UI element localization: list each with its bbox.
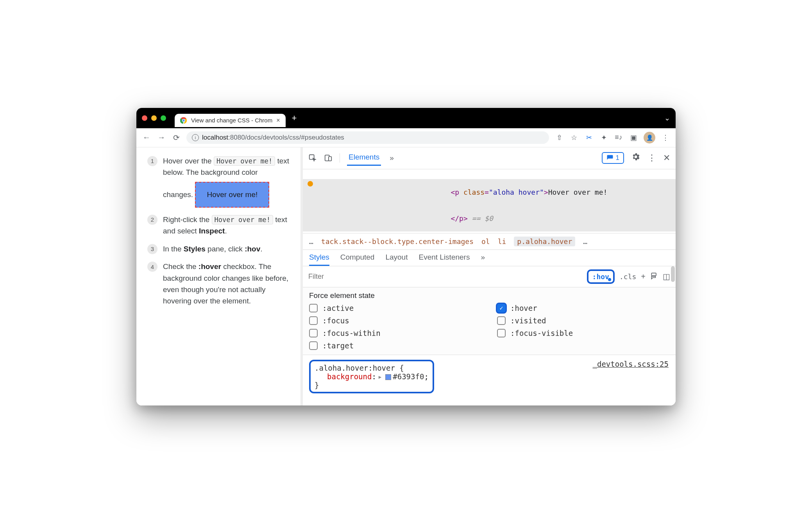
browser-window: View and change CSS - Chrom × + ⌄ ← → ⟳ … bbox=[136, 108, 676, 405]
close-window-button[interactable] bbox=[142, 115, 147, 121]
inspect-icon[interactable] bbox=[308, 154, 317, 162]
traffic-lights bbox=[142, 115, 166, 121]
forced-state-indicator-icon bbox=[308, 181, 313, 187]
rule-value[interactable]: #6393f0 bbox=[393, 372, 424, 381]
share-icon[interactable]: ⇧ bbox=[554, 133, 564, 142]
step-4: 4 Check the :hover checkbox. The backgro… bbox=[147, 261, 290, 307]
tab-layout[interactable]: Layout bbox=[385, 253, 408, 266]
issues-icon bbox=[606, 154, 613, 161]
checkbox-checked[interactable] bbox=[497, 304, 506, 312]
scrollbar-thumb[interactable] bbox=[671, 266, 675, 282]
state-hover[interactable]: :hover bbox=[497, 304, 669, 312]
computed-panel-icon[interactable]: ◫ bbox=[663, 272, 670, 281]
state-visited[interactable]: :visited bbox=[497, 316, 669, 325]
new-tab-button[interactable]: + bbox=[292, 113, 297, 123]
maximize-window-button[interactable] bbox=[161, 115, 166, 121]
tab-event-listeners[interactable]: Event Listeners bbox=[419, 253, 470, 266]
hover-demo-box[interactable]: Hover over me! bbox=[195, 182, 269, 207]
state-focus-within[interactable]: :focus-within bbox=[309, 329, 481, 337]
crumb-item[interactable]: ol bbox=[481, 237, 490, 246]
rule-selector[interactable]: .aloha.hover:hover { bbox=[315, 364, 429, 372]
tab-styles[interactable]: Styles bbox=[309, 253, 329, 266]
content-area: 1 Hover over the Hover over me! text bel… bbox=[136, 147, 676, 405]
highlighted-rule: .aloha.hover:hover { background:▸#6393f0… bbox=[309, 360, 434, 393]
code-snippet: Hover over me! bbox=[212, 215, 273, 224]
toggle-hov-button[interactable]: :hov bbox=[587, 269, 615, 284]
paint-brush-icon[interactable] bbox=[650, 272, 658, 282]
styles-tabs: Styles Computed Layout Event Listeners » bbox=[303, 250, 676, 266]
titlebar: View and change CSS - Chrom × + ⌄ bbox=[136, 108, 676, 128]
reading-list-icon[interactable]: ≡♪ bbox=[614, 133, 623, 142]
state-focus[interactable]: :focus bbox=[309, 316, 481, 325]
checkbox[interactable] bbox=[309, 341, 318, 350]
step-number: 3 bbox=[147, 244, 157, 254]
dom-line[interactable]: </p> == $0 bbox=[303, 205, 676, 231]
expand-triangle-icon[interactable]: ▸ bbox=[378, 372, 382, 381]
rule-close-brace: } bbox=[315, 381, 429, 389]
state-active[interactable]: :active bbox=[309, 304, 481, 312]
force-state-title: Force element state bbox=[309, 291, 669, 300]
close-devtools-icon[interactable]: ✕ bbox=[663, 153, 670, 163]
state-target[interactable]: :target bbox=[309, 341, 481, 350]
profile-avatar[interactable]: 👤 bbox=[644, 132, 655, 143]
new-rule-icon[interactable]: + bbox=[641, 272, 646, 281]
rule-property[interactable]: background bbox=[327, 372, 372, 381]
dom-tree[interactable]: p … /p <p class="aloha hover">Hover over… bbox=[303, 169, 676, 233]
step-number: 1 bbox=[147, 156, 157, 166]
svg-rect-5 bbox=[329, 156, 331, 161]
tabs-overflow-icon[interactable]: » bbox=[388, 151, 395, 165]
reload-button[interactable]: ⟳ bbox=[172, 133, 181, 142]
address-bar[interactable]: i localhost:8080/docs/devtools/css/#pseu… bbox=[186, 131, 549, 144]
devtools-menu-icon[interactable]: ⋮ bbox=[647, 153, 656, 163]
crumb-item[interactable]: li bbox=[498, 237, 506, 246]
browser-tab[interactable]: View and change CSS - Chrom × bbox=[175, 114, 286, 127]
state-focus-visible[interactable]: :focus-visible bbox=[497, 329, 669, 337]
bookmark-star-icon[interactable]: ☆ bbox=[569, 133, 579, 142]
source-link[interactable]: _devtools.scss:25 bbox=[593, 360, 669, 368]
step-1: 1 Hover over the Hover over me! text bel… bbox=[147, 155, 290, 208]
settings-gear-icon[interactable] bbox=[631, 152, 640, 164]
tab-elements[interactable]: Elements bbox=[347, 151, 381, 166]
tabs-overflow-icon[interactable]: » bbox=[481, 253, 485, 266]
devtools-panel: Elements » 1 ⋮ ✕ p … /p <p class="aloha … bbox=[303, 147, 676, 405]
minimize-window-button[interactable] bbox=[151, 115, 157, 121]
styles-toolbar: :hov .cls + ◫ bbox=[303, 266, 676, 287]
checkbox[interactable] bbox=[309, 329, 318, 337]
url-path: /docs/devtools/css/#pseudostates bbox=[245, 134, 344, 141]
site-info-icon[interactable]: i bbox=[192, 134, 199, 141]
svg-rect-6 bbox=[651, 273, 656, 276]
checkbox[interactable] bbox=[497, 316, 506, 325]
side-panel-icon[interactable]: ▣ bbox=[629, 133, 638, 142]
devtools-toolbar: Elements » 1 ⋮ ✕ bbox=[303, 147, 676, 169]
styles-filter-input[interactable] bbox=[308, 273, 582, 281]
issues-badge[interactable]: 1 bbox=[602, 152, 624, 164]
force-state-panel: Force element state :active :hover :focu… bbox=[303, 287, 676, 355]
step-number: 4 bbox=[147, 262, 157, 272]
dom-selected-line[interactable]: <p class="aloha hover">Hover over me! bbox=[303, 179, 676, 205]
tab-computed[interactable]: Computed bbox=[340, 253, 375, 266]
checkbox[interactable] bbox=[497, 329, 506, 337]
crumb-item[interactable]: tack.stack--block.type.center-images bbox=[321, 237, 474, 246]
css-rules: _devtools.scss:25 .aloha.hover:hover { b… bbox=[303, 355, 676, 398]
checkbox[interactable] bbox=[309, 316, 318, 325]
extensions-icon[interactable]: ✦ bbox=[599, 133, 608, 142]
tab-title: View and change CSS - Chrom bbox=[191, 117, 272, 124]
crumb-overflow[interactable]: … bbox=[583, 237, 587, 246]
crumb-overflow[interactable]: … bbox=[309, 237, 313, 246]
forward-button[interactable]: → bbox=[157, 133, 166, 142]
toggle-cls-button[interactable]: .cls bbox=[619, 273, 636, 281]
checkbox[interactable] bbox=[309, 304, 318, 312]
close-tab-icon[interactable]: × bbox=[276, 117, 280, 124]
rendered-page: 1 Hover over the Hover over me! text bel… bbox=[136, 147, 300, 405]
device-toggle-icon[interactable] bbox=[324, 154, 333, 162]
crumb-item-selected[interactable]: p.aloha.hover bbox=[514, 237, 575, 246]
tabs-overflow-icon[interactable]: ⌄ bbox=[664, 114, 670, 122]
color-swatch-icon[interactable] bbox=[385, 374, 391, 380]
overflow-menu-icon[interactable]: ⋮ bbox=[661, 133, 670, 142]
back-button[interactable]: ← bbox=[142, 133, 151, 142]
step-number: 2 bbox=[147, 215, 157, 225]
code-snippet: Hover over me! bbox=[214, 156, 275, 166]
chrome-icon bbox=[180, 117, 187, 124]
url-port: :8080 bbox=[228, 134, 245, 141]
scissors-icon[interactable]: ✂ bbox=[584, 133, 594, 142]
